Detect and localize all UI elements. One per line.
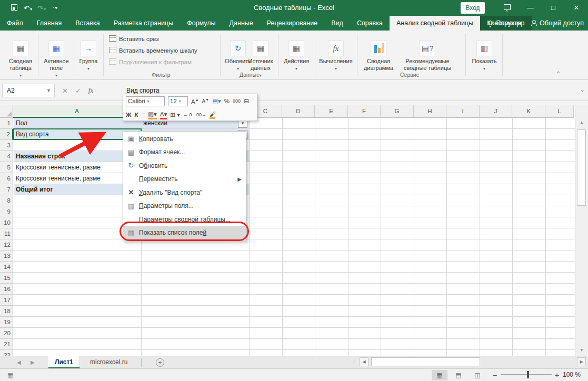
column-header-G[interactable]: G: [381, 105, 414, 118]
page-break-view-button[interactable]: ◫: [470, 370, 485, 380]
row-header-14[interactable]: 14: [0, 262, 13, 273]
ribbon-tab-формулы[interactable]: Формулы: [180, 16, 222, 31]
group-button[interactable]: →Группа: [76, 34, 101, 72]
column-header-I[interactable]: I: [446, 105, 480, 118]
accessibility-status-icon[interactable]: ▦: [7, 372, 13, 379]
row-header-18[interactable]: 18: [0, 306, 13, 317]
close-button[interactable]: ✕: [565, 0, 588, 16]
cancel-icon[interactable]: ✕: [62, 87, 68, 95]
column-header-K[interactable]: K: [512, 105, 545, 118]
column-header-J[interactable]: J: [480, 105, 512, 118]
page-layout-view-button[interactable]: ▤: [451, 370, 466, 380]
row-header-11[interactable]: 11: [0, 228, 13, 239]
row-header-9[interactable]: 9: [0, 206, 13, 217]
font-name-select[interactable]: Calibri▾: [126, 96, 165, 106]
ribbon-tab-разметка-страницы[interactable]: Разметка страницы: [107, 16, 180, 31]
insert-slicer-button[interactable]: Вставить срез: [108, 35, 159, 42]
cell-a5[interactable]: Кроссовки теннисные, разме: [14, 162, 141, 173]
sign-in-button[interactable]: Вход: [461, 2, 485, 14]
format-painter-icon[interactable]: 🖌: [210, 111, 216, 119]
ribbon-tab-рецензирование[interactable]: Рецензирование: [260, 16, 325, 31]
row-header-17[interactable]: 17: [0, 295, 13, 306]
context-menu-item-move[interactable]: Переместить▶: [123, 173, 246, 186]
vertical-scroll-thumb[interactable]: [577, 129, 586, 206]
sheet-nav-right-icon[interactable]: ▶: [31, 359, 35, 365]
tell-me-help[interactable]: Помощн: [488, 19, 522, 27]
italic-button[interactable]: К: [134, 112, 138, 118]
column-header-L[interactable]: L: [545, 105, 574, 118]
share-button[interactable]: Общий доступ: [531, 19, 584, 27]
align-center-button[interactable]: ≡: [141, 112, 145, 118]
column-header-A[interactable]: A: [13, 105, 141, 118]
pivot-chart-button[interactable]: Сводная диаграмма: [361, 34, 396, 72]
normal-view-button[interactable]: ▦: [432, 370, 447, 380]
percent-style-button[interactable]: %: [224, 98, 230, 104]
grow-font-button[interactable]: A▲: [191, 98, 199, 105]
zoom-out-button[interactable]: −: [491, 370, 499, 380]
row-header-2[interactable]: 2: [0, 129, 13, 140]
row-header-7[interactable]: 7: [0, 184, 13, 195]
merge-center-button[interactable]: ⊟: [244, 97, 249, 105]
ribbon-tab-файл[interactable]: Файл: [0, 16, 30, 31]
row-header-4[interactable]: 4: [0, 151, 13, 162]
minimize-button[interactable]: —: [519, 0, 542, 16]
expand-formula-bar-icon[interactable]: ⌄: [580, 86, 585, 93]
scroll-up-icon[interactable]: ▲: [577, 118, 586, 127]
row-header-22[interactable]: 22: [0, 350, 13, 356]
row-header-10[interactable]: 10: [0, 217, 13, 228]
enter-icon[interactable]: ✓: [75, 87, 81, 95]
insert-function-button[interactable]: fx: [88, 86, 93, 95]
calculations-button[interactable]: fxВычисления: [318, 34, 354, 72]
fill-color-button[interactable]: ▨▾: [148, 111, 157, 119]
formula-content[interactable]: Вид спорта: [126, 87, 160, 94]
font-size-select[interactable]: 12▾: [168, 96, 188, 106]
column-header-D[interactable]: D: [282, 105, 315, 118]
context-menu-item-delete-field[interactable]: ✕Удалить "Вид спорта": [123, 186, 246, 199]
row-header-21[interactable]: 21: [0, 339, 13, 350]
row-header-5[interactable]: 5: [0, 162, 13, 173]
horizontal-scrollbar[interactable]: ⁞ ◀ ▶: [351, 356, 588, 368]
context-menu-item-copy[interactable]: ▣Копировать: [123, 132, 246, 146]
maximize-button[interactable]: □: [542, 0, 565, 16]
ribbon-tab-данные[interactable]: Данные: [223, 16, 260, 31]
sheet-tab-microexcel[interactable]: microexcel.ru: [84, 356, 134, 369]
ribbon-tab-вставка[interactable]: Вставка: [68, 16, 106, 31]
scroll-right-icon[interactable]: ▶: [577, 357, 586, 366]
actions-button[interactable]: ▦Действия: [281, 34, 312, 72]
cell-a1[interactable]: Пол: [14, 118, 141, 129]
ribbon-tab-вид[interactable]: Вид: [324, 16, 350, 31]
name-box[interactable]: A2▼: [2, 84, 55, 97]
sheet-tab-active[interactable]: Лист1: [48, 356, 80, 369]
column-header-F[interactable]: F: [348, 105, 381, 118]
add-sheet-button[interactable]: +: [156, 358, 164, 367]
worksheet-grid[interactable]: ABCDEFGHIJKL 123456789101112131415161718…: [0, 105, 575, 356]
pivot-table-button[interactable]: ▦Сводная таблица: [4, 34, 37, 79]
scroll-down-icon[interactable]: ▼: [577, 346, 586, 355]
row-header-16[interactable]: 16: [0, 284, 13, 295]
row-header-8[interactable]: 8: [0, 195, 13, 206]
row-header-12[interactable]: 12: [0, 239, 13, 250]
bold-button[interactable]: Ж: [126, 112, 131, 118]
recommended-pivot-tables-button[interactable]: ▤?Рекомендуемые сводные таблицы: [397, 34, 458, 72]
accounting-format-button[interactable]: ▤▾: [212, 97, 221, 105]
ribbon-tab-анализ-сводной-таблицы[interactable]: Анализ сводной таблицы: [390, 16, 480, 31]
row-header-19[interactable]: 19: [0, 317, 13, 328]
cell-a6[interactable]: Кроссовки теннисные, разме: [14, 173, 141, 184]
context-menu-item-show-field-list[interactable]: ▦Показать список полей: [123, 226, 246, 240]
row-header-20[interactable]: 20: [0, 328, 13, 339]
context-menu-item-refresh[interactable]: ↻Обновить: [123, 159, 246, 173]
vertical-scrollbar[interactable]: ▲ ▼: [575, 105, 588, 356]
ribbon-display-options-button[interactable]: [495, 0, 519, 16]
row-header-15[interactable]: 15: [0, 273, 13, 284]
cell-a4[interactable]: Названия строк: [14, 151, 141, 162]
horizontal-scroll-thumb[interactable]: [371, 357, 480, 366]
context-menu-item-format-cells[interactable]: ▤Формат ячеек...: [123, 146, 246, 159]
row-header-6[interactable]: 6: [0, 173, 13, 184]
zoom-level[interactable]: 100 %: [563, 371, 581, 378]
select-all-corner[interactable]: [0, 105, 13, 118]
decrease-decimal-button[interactable]: .00→: [195, 112, 206, 117]
show-button[interactable]: ▥Показать: [470, 34, 499, 72]
row-header-3[interactable]: 3: [0, 140, 13, 151]
shrink-font-button[interactable]: A▼: [202, 98, 210, 104]
cell-a7[interactable]: Общий итог: [14, 184, 141, 195]
